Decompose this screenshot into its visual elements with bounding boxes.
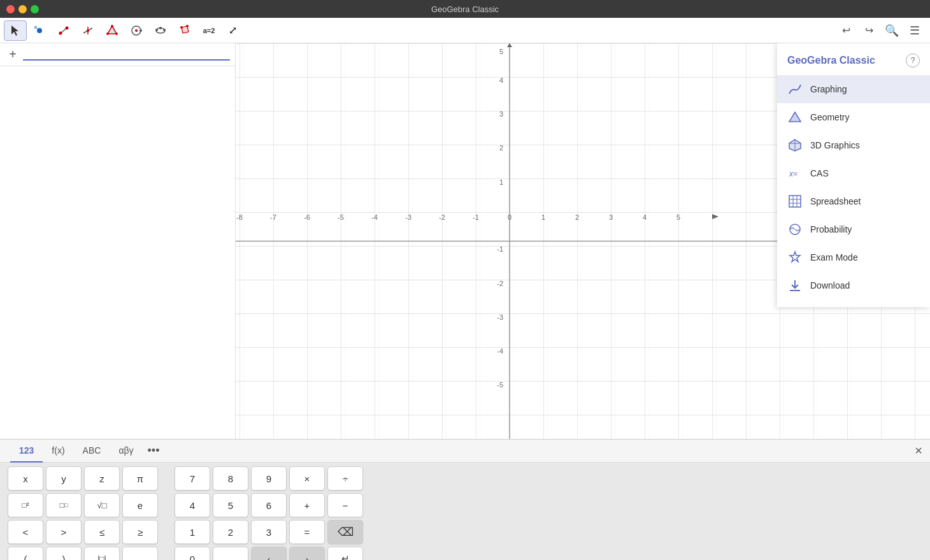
tool-circle[interactable] <box>125 20 148 41</box>
redo-button[interactable]: ↪ <box>859 20 879 41</box>
close-window-button[interactable] <box>6 5 15 13</box>
key-e[interactable]: e <box>122 493 158 517</box>
add-expression-button[interactable]: + <box>5 47 20 62</box>
kb-tab-alphabeta[interactable]: αβγ <box>110 440 142 463</box>
key-lparen[interactable]: ( <box>8 547 43 560</box>
svg-point-11 <box>106 32 109 35</box>
key-1[interactable]: 1 <box>175 520 210 544</box>
tool-perpendicular[interactable] <box>76 20 99 41</box>
menu-item-spreadsheet[interactable]: Spreadsheet <box>777 187 930 215</box>
key-rparen[interactable]: ) <box>46 547 82 560</box>
graph-area[interactable]: 0 -1 -2 -3 -4 -5 -6 -7 -8 1 2 3 4 5 1 2 … <box>236 43 930 439</box>
tool-measure[interactable]: a=2 <box>197 20 220 41</box>
svg-text:⤢: ⤢ <box>229 25 237 36</box>
key-leq[interactable]: ≤ <box>84 520 120 544</box>
app-menu: GeoGebra Classic ? Graphing Geometry <box>777 43 930 307</box>
key-geq[interactable]: ≥ <box>122 520 158 544</box>
key-plus[interactable]: + <box>289 493 325 517</box>
svg-text:-5: -5 <box>497 381 503 389</box>
menu-item-download[interactable]: Download <box>777 271 930 299</box>
svg-text:1: 1 <box>541 213 545 221</box>
window-controls <box>6 5 39 13</box>
tool-conic[interactable] <box>149 20 172 41</box>
key-left[interactable]: ‹ <box>251 547 287 560</box>
key-9[interactable]: 9 <box>251 466 287 491</box>
svg-text:4: 4 <box>499 76 503 84</box>
key-minus[interactable]: − <box>327 493 363 517</box>
menu-item-exammode[interactable]: Exam Mode <box>777 243 930 271</box>
kb-more-button[interactable]: ••• <box>148 444 160 457</box>
kb-tab-fxy[interactable]: f(x) <box>43 440 73 463</box>
kb-tab-123[interactable]: 123 <box>10 440 43 463</box>
keys-separator <box>163 466 169 560</box>
search-button[interactable]: 🔍 <box>882 20 902 41</box>
key-backspace[interactable]: ⌫ <box>327 520 363 544</box>
maximize-window-button[interactable] <box>31 5 39 13</box>
tool-line[interactable] <box>52 20 75 41</box>
key-lt[interactable]: < <box>8 520 43 544</box>
minimize-window-button[interactable] <box>18 5 27 13</box>
key-pi[interactable]: π <box>122 466 158 491</box>
menu-item-probability[interactable]: Probability <box>777 215 930 243</box>
spreadsheet-icon <box>787 194 803 209</box>
menu-label-exammode: Exam Mode <box>810 252 858 262</box>
svg-text:5: 5 <box>499 48 503 55</box>
key-comma[interactable]: , <box>122 547 158 560</box>
tool-move-view[interactable]: ⤢ <box>222 20 245 41</box>
svg-text:-3: -3 <box>405 213 411 221</box>
svg-point-9 <box>111 25 113 27</box>
tool-polygon[interactable] <box>101 20 124 41</box>
undo-button[interactable]: ↩ <box>836 20 856 41</box>
exammode-icon <box>787 250 803 265</box>
svg-point-18 <box>163 29 166 31</box>
key-enter[interactable]: ↵ <box>327 547 363 560</box>
menu-button[interactable]: ☰ <box>905 20 925 41</box>
svg-text:-8: -8 <box>236 213 243 221</box>
graphing-icon <box>787 82 803 97</box>
keyboard-tabs: 123 f(x) ABC αβγ ••• × <box>0 440 930 463</box>
key-dot[interactable]: . <box>213 547 248 560</box>
svg-text:0: 0 <box>508 213 512 221</box>
key-sqrt[interactable]: √□ <box>84 493 120 517</box>
help-button[interactable]: ? <box>906 54 920 68</box>
key-right[interactable]: › <box>289 547 325 560</box>
key-8[interactable]: 8 <box>213 466 248 491</box>
menu-item-geometry[interactable]: Geometry <box>777 103 930 131</box>
key-gt[interactable]: > <box>46 520 82 544</box>
key-7[interactable]: 7 <box>175 466 210 491</box>
tool-point[interactable] <box>28 20 51 41</box>
svg-text:-5: -5 <box>338 213 344 221</box>
key-superscript[interactable]: □□ <box>46 493 82 517</box>
key-y[interactable]: y <box>46 466 82 491</box>
key-squared[interactable]: □² <box>8 493 43 517</box>
kb-close-button[interactable]: × <box>915 443 922 458</box>
svg-text:4: 4 <box>643 213 647 221</box>
key-0[interactable]: 0 <box>175 547 210 560</box>
svg-point-10 <box>115 32 118 35</box>
key-multiply[interactable]: × <box>289 466 325 491</box>
menu-item-3dgraphics[interactable]: 3D Graphics <box>777 131 930 159</box>
svg-text:3: 3 <box>499 110 503 118</box>
key-4[interactable]: 4 <box>175 493 210 517</box>
menu-label-download: Download <box>810 280 850 291</box>
menu-label-spreadsheet: Spreadsheet <box>810 196 861 206</box>
svg-point-3 <box>59 31 62 34</box>
menu-item-graphing[interactable]: Graphing <box>777 75 930 103</box>
algebra-input-row: + <box>0 43 235 66</box>
key-5[interactable]: 5 <box>213 493 248 517</box>
menu-label-3dgraphics: 3D Graphics <box>810 140 860 150</box>
key-divide[interactable]: ÷ <box>327 466 363 491</box>
menu-item-cas[interactable]: x= CAS <box>777 159 930 187</box>
tool-select[interactable] <box>4 20 27 41</box>
key-equals[interactable]: = <box>289 520 325 544</box>
key-z[interactable]: z <box>84 466 120 491</box>
kb-tab-abc[interactable]: ABC <box>74 440 110 463</box>
key-x[interactable]: x <box>8 466 43 491</box>
tool-transform[interactable] <box>173 20 196 41</box>
key-3[interactable]: 3 <box>251 520 287 544</box>
key-2[interactable]: 2 <box>213 520 248 544</box>
key-abs[interactable]: |□| <box>84 547 120 560</box>
svg-point-4 <box>66 26 69 29</box>
algebra-input[interactable] <box>23 49 230 61</box>
key-6[interactable]: 6 <box>251 493 287 517</box>
